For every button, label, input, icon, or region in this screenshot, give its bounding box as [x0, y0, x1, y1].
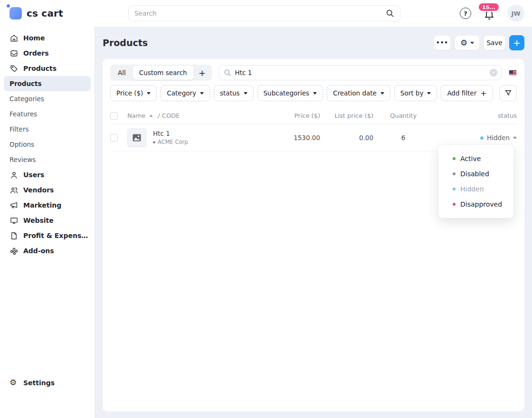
search-icon[interactable]: [385, 9, 395, 18]
add-tab-button[interactable]: +: [194, 66, 211, 80]
filter-chip-label: Creation date: [333, 89, 377, 97]
global-search-input[interactable]: [128, 5, 400, 21]
sidebar-item-marketing[interactable]: Marketing: [0, 198, 95, 213]
more-actions-button[interactable]: •••: [434, 35, 451, 50]
sidebar-item-label: Marketing: [23, 201, 61, 209]
sidebar-item-addons[interactable]: Add-ons: [0, 243, 95, 258]
language-flag-icon[interactable]: [509, 70, 517, 76]
save-button[interactable]: Save: [484, 35, 505, 50]
status-dot-icon: [480, 136, 484, 140]
search-icon: [223, 68, 232, 77]
column-header-price[interactable]: Price ($): [267, 112, 320, 119]
sidebar-item-label: Products: [23, 65, 57, 72]
sidebar-subitem-label: Filters: [10, 125, 28, 133]
gear-icon: ⚙: [460, 39, 467, 47]
status-option-active[interactable]: Active: [438, 151, 513, 166]
chevron-down-icon: [427, 92, 431, 95]
sidebar-subitem-features[interactable]: Features: [4, 106, 91, 122]
help-icon[interactable]: ?: [460, 8, 471, 19]
sidebar-subitem-label: Categories: [10, 95, 44, 103]
filter-chip-creation-date[interactable]: Creation date: [327, 85, 390, 101]
megaphone-icon: [10, 201, 19, 210]
logo-text: cs cart: [27, 8, 63, 19]
settings-dropdown-button[interactable]: ⚙: [455, 35, 480, 50]
tab-all[interactable]: All: [111, 66, 133, 80]
topbar: cs cart ? 15... JW: [0, 0, 532, 27]
column-header-status[interactable]: status: [433, 112, 517, 119]
vendors-icon: [10, 186, 19, 195]
sidebar-subitem-reviews[interactable]: Reviews: [4, 152, 91, 167]
product-thumbnail[interactable]: [127, 128, 146, 147]
status-dot-icon: [453, 157, 456, 160]
page-title: Products: [103, 38, 148, 48]
sidebar-subitem-products[interactable]: Products: [4, 76, 91, 91]
sidebar: Home Orders Products Products Categories…: [0, 27, 95, 418]
sidebar-item-profit-expense[interactable]: Profit & Expense Tra…: [0, 228, 95, 243]
sidebar-item-label: Vendors: [23, 186, 54, 194]
chevron-down-icon: [470, 42, 474, 44]
vendor-line: ACME Corp: [153, 139, 188, 145]
add-filter-button[interactable]: Add filter+: [441, 85, 493, 101]
clear-search-icon[interactable]: ✕: [490, 69, 497, 76]
status-dot-icon: [453, 188, 456, 190]
orders-icon: [10, 49, 19, 58]
filter-chip-price[interactable]: Price ($): [110, 85, 157, 101]
status-option-disabled[interactable]: Disabled: [438, 166, 513, 181]
toolbar: All Custom search + ✕: [110, 65, 517, 81]
column-header-name[interactable]: Name: [127, 112, 145, 119]
column-header-code[interactable]: / CODE: [158, 112, 180, 119]
filter-chip-label: Sort by: [400, 89, 424, 97]
product-quantity: 6: [373, 134, 433, 142]
chevron-down-icon: [313, 92, 317, 95]
column-header-quantity[interactable]: Quantity: [373, 112, 433, 119]
sidebar-item-orders[interactable]: Orders: [0, 46, 95, 61]
sidebar-item-vendors[interactable]: Vendors: [0, 182, 95, 198]
sidebar-subitem-categories[interactable]: Categories: [4, 91, 91, 106]
document-icon: [10, 231, 19, 240]
status-option-disapproved[interactable]: Disapproved: [438, 197, 513, 212]
filter-chip-sort-by[interactable]: Sort by: [394, 85, 437, 101]
main-content: Products ••• ⚙ Save + All Custom search …: [95, 27, 532, 418]
chevron-down-icon: [380, 92, 384, 95]
advanced-filter-button[interactable]: [499, 85, 517, 101]
sidebar-item-home[interactable]: Home: [0, 30, 95, 46]
notifications-button[interactable]: 15...: [483, 6, 496, 20]
row-checkbox[interactable]: [110, 134, 118, 142]
filter-chip-label: Price ($): [116, 89, 143, 97]
sidebar-item-website[interactable]: Website: [0, 213, 95, 228]
sidebar-subitem-label: Reviews: [10, 156, 36, 163]
column-header-list-price[interactable]: List price ($): [320, 112, 373, 119]
product-price: 1530.00: [267, 134, 320, 142]
search-tabs: All Custom search +: [110, 65, 212, 81]
product-name-link[interactable]: Htc 1: [153, 130, 188, 137]
filter-chip-subcategories[interactable]: Subcategories: [257, 85, 323, 101]
status-option-label: Disapproved: [460, 200, 502, 208]
status-dropdown-menu: Active Disabled Hidden Disapproved: [438, 145, 513, 218]
funnel-icon: [504, 89, 513, 97]
sidebar-subitem-label: Features: [10, 110, 37, 118]
home-icon: [10, 34, 19, 43]
sidebar-item-settings[interactable]: ⚙ Settings: [0, 375, 95, 390]
sidebar-subitem-filters[interactable]: Filters: [4, 122, 91, 137]
status-dot-icon: [453, 203, 456, 206]
filter-chip-status[interactable]: status: [214, 85, 253, 101]
status-option-label: Active: [460, 155, 481, 162]
status-option-label: Hidden: [460, 185, 484, 193]
product-search-input[interactable]: [218, 65, 502, 80]
logo[interactable]: cs cart: [0, 7, 95, 19]
chevron-down-icon: [513, 137, 517, 139]
page-header: Products ••• ⚙ Save +: [95, 27, 532, 59]
status-dropdown-toggle[interactable]: Hidden: [480, 134, 517, 142]
sidebar-item-users[interactable]: Users: [0, 167, 95, 182]
products-card: All Custom search + ✕ Price ($) Category: [103, 59, 524, 411]
filter-chip-category[interactable]: Category: [161, 85, 210, 101]
sidebar-item-products[interactable]: Products: [0, 61, 95, 76]
filter-bar: Price ($) Category status Subcategories …: [110, 85, 517, 101]
filter-chip-label: Category: [167, 89, 196, 97]
tab-custom-search[interactable]: Custom search: [133, 66, 194, 80]
avatar[interactable]: JW: [507, 5, 524, 22]
sidebar-subitem-options[interactable]: Options: [4, 137, 91, 152]
add-product-button[interactable]: +: [509, 35, 524, 50]
select-all-checkbox[interactable]: [110, 112, 118, 120]
status-option-hidden[interactable]: Hidden: [438, 181, 513, 197]
